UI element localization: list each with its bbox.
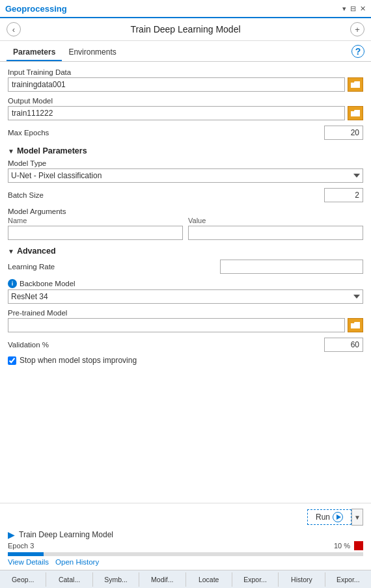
- run-area: Run ▼ ▶ Train Deep Learning Model Epoch …: [0, 503, 371, 570]
- run-play-triangle: [337, 514, 341, 520]
- tab-environments[interactable]: Environments: [62, 44, 122, 61]
- stop-button[interactable]: [354, 541, 363, 550]
- folder-icon: [351, 322, 360, 328]
- progress-area: ▶ Train Deep Learning Model Epoch 3 10 %…: [8, 529, 363, 566]
- backbone-select[interactable]: ResNet 34 ResNet 50 ResNet 101 VGG 16: [8, 289, 363, 304]
- bottom-nav: Geop... Catal... Symb... Modif... Locate…: [0, 570, 371, 588]
- learning-rate-group: Learning Rate: [8, 260, 363, 274]
- forward-button[interactable]: +: [350, 22, 364, 36]
- args-name-col: Name: [8, 217, 183, 240]
- folder-icon: [351, 110, 360, 116]
- help-icon: ?: [355, 46, 361, 57]
- bottom-tab-history[interactable]: History: [279, 572, 325, 587]
- run-label: Run: [316, 513, 330, 522]
- run-button[interactable]: Run: [307, 509, 351, 525]
- pct-stop-row: 10 %: [334, 541, 363, 550]
- title-bar-controls: ▾ ⊟ ✕: [342, 5, 366, 13]
- tabs-row: Parameters Environments ?: [0, 41, 371, 62]
- progress-bar-fill: [8, 552, 44, 556]
- backbone-label: Backbone Model: [20, 280, 76, 287]
- advanced-title: Advanced: [17, 247, 56, 256]
- args-value-label: Value: [188, 217, 363, 224]
- run-btn-row: Run ▼: [8, 509, 363, 526]
- back-icon: ‹: [12, 25, 15, 34]
- pin-icon[interactable]: ▾: [342, 5, 346, 13]
- progress-play-icon: ▶: [8, 529, 15, 540]
- args-name-field[interactable]: [8, 226, 183, 240]
- model-type-label: Model Type: [8, 159, 363, 167]
- open-history-link[interactable]: Open History: [55, 558, 99, 566]
- advanced-section-header: ▼ Advanced: [8, 247, 363, 256]
- bottom-tab-catal[interactable]: Catal...: [46, 572, 92, 587]
- model-params-title: Model Parameters: [17, 146, 87, 155]
- validation-field[interactable]: [324, 338, 363, 352]
- advanced-collapse-icon[interactable]: ▼: [8, 248, 14, 255]
- progress-title: Train Deep Learning Model: [19, 530, 113, 539]
- nav-row: ‹ Train Deep Learning Model +: [0, 18, 371, 41]
- max-epochs-group: Max Epochs: [8, 126, 363, 140]
- input-training-folder-button[interactable]: [348, 77, 363, 92]
- view-details-link[interactable]: View Details: [8, 558, 49, 566]
- input-training-label: Input Training Data: [8, 68, 363, 76]
- model-params-section-header: ▼ Model Parameters: [8, 146, 363, 155]
- bottom-tab-expor1[interactable]: Expor...: [232, 572, 279, 587]
- args-value-field[interactable]: [188, 226, 363, 240]
- learning-rate-label: Learning Rate: [8, 263, 220, 271]
- app-title: Geoprocessing: [5, 4, 67, 14]
- back-button[interactable]: ‹: [7, 22, 21, 36]
- learning-rate-field[interactable]: [220, 260, 363, 274]
- output-model-field[interactable]: [8, 106, 345, 120]
- model-args-row: Name Value: [8, 217, 363, 240]
- input-training-field[interactable]: [8, 77, 345, 92]
- output-model-group: Output Model: [8, 97, 363, 120]
- pin2-icon[interactable]: ⊟: [350, 5, 356, 13]
- main-content: Input Training Data Output Model Max Epo…: [0, 62, 371, 503]
- progress-title-row: ▶ Train Deep Learning Model: [8, 529, 363, 540]
- run-button-group: Run ▼: [307, 509, 363, 526]
- model-type-select[interactable]: U-Net - Pixel classification DeepLab v3+…: [8, 168, 363, 183]
- epoch-pct: 10 %: [334, 542, 350, 550]
- pretrained-row: [8, 318, 363, 332]
- stop-improving-label: Stop when model stops improving: [20, 356, 137, 365]
- close-icon[interactable]: ✕: [360, 5, 366, 13]
- output-model-label: Output Model: [8, 97, 363, 105]
- stop-improving-checkbox[interactable]: [8, 356, 16, 365]
- validation-label: Validation %: [8, 341, 324, 349]
- bottom-tab-locate[interactable]: Locate: [186, 572, 232, 587]
- model-args-group: Model Arguments Name Value: [8, 207, 363, 240]
- folder-icon: [351, 81, 360, 88]
- help-button[interactable]: ?: [351, 45, 364, 58]
- run-dropdown-button[interactable]: ▼: [351, 509, 363, 526]
- epoch-row: Epoch 3 10 %: [8, 541, 363, 550]
- max-epochs-field[interactable]: [324, 126, 363, 140]
- pretrained-folder-button[interactable]: [348, 318, 363, 332]
- pretrained-field[interactable]: [8, 318, 345, 332]
- bottom-tab-expor2[interactable]: Expor...: [325, 572, 371, 587]
- forward-icon: +: [355, 25, 360, 34]
- epoch-label: Epoch 3: [8, 542, 34, 550]
- run-play-icon: [333, 512, 343, 522]
- batch-size-group: Batch Size: [8, 188, 363, 202]
- validation-group: Validation %: [8, 338, 363, 352]
- input-training-group: Input Training Data: [8, 68, 363, 92]
- args-value-col: Value: [188, 217, 363, 240]
- model-params-collapse-icon[interactable]: ▼: [8, 148, 14, 155]
- stop-improving-group: Stop when model stops improving: [8, 356, 363, 365]
- tab-parameters[interactable]: Parameters: [7, 44, 62, 61]
- max-epochs-label: Max Epochs: [8, 129, 324, 137]
- batch-size-label: Batch Size: [8, 191, 324, 199]
- pretrained-group: Pre-trained Model: [8, 309, 363, 332]
- bottom-tab-geop[interactable]: Geop...: [0, 572, 46, 587]
- bottom-tab-symb[interactable]: Symb...: [93, 572, 139, 587]
- args-name-label: Name: [8, 217, 183, 224]
- pretrained-label: Pre-trained Model: [8, 309, 363, 317]
- output-model-folder-button[interactable]: [348, 106, 363, 120]
- backbone-info-icon: i: [8, 279, 17, 288]
- input-training-row: [8, 77, 363, 92]
- run-dropdown-icon: ▼: [354, 514, 361, 521]
- links-row: View Details Open History: [8, 558, 363, 566]
- bottom-tab-modif[interactable]: Modif...: [139, 572, 186, 587]
- backbone-label-row: i Backbone Model: [8, 279, 363, 288]
- model-args-label: Model Arguments: [8, 207, 363, 215]
- batch-size-field[interactable]: [324, 188, 363, 202]
